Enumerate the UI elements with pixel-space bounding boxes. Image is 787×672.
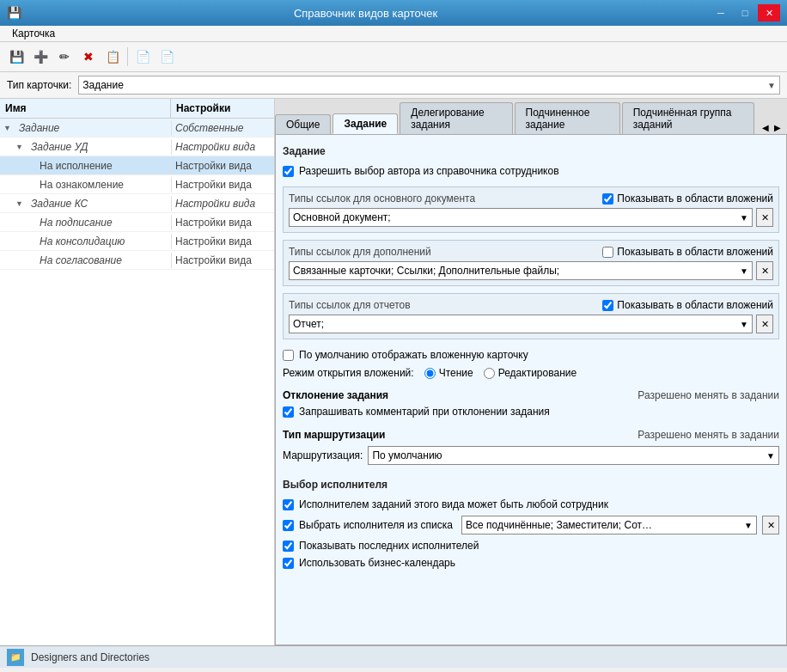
executor-list-value: Все подчинённые; Заместители; Сотрудники… xyxy=(466,519,655,531)
executor-section: Выбор исполнителя Исполнителем заданий э… xyxy=(283,475,779,571)
link-types-main-show-checkbox[interactable] xyxy=(602,193,613,205)
tree-item[interactable]: ▼ Задание КС Настройки вида xyxy=(0,194,274,213)
executor-list-field[interactable]: Все подчинённые; Заместители; Сотрудники… xyxy=(461,516,757,535)
tab-subtask-group[interactable]: Подчинённая группа заданий xyxy=(622,102,754,134)
open-mode-read-label: Чтение xyxy=(439,367,473,379)
tree-header-settings: Настройки xyxy=(171,99,274,118)
decline-header: Отклонение задания Разрешено менять в за… xyxy=(283,388,779,403)
tab-general[interactable]: Общие xyxy=(275,114,331,134)
menu-item-card[interactable]: Карточка xyxy=(7,26,60,41)
tree-toggle-icon[interactable]: ▼ xyxy=(15,143,27,151)
card-type-arrow-icon: ▼ xyxy=(767,81,776,90)
maximize-button[interactable]: □ xyxy=(734,4,756,21)
open-mode-read-option[interactable]: Чтение xyxy=(424,367,473,379)
link-types-additions-clear-button[interactable]: ✕ xyxy=(756,261,773,280)
decline-section: Отклонение задания Разрешено менять в за… xyxy=(283,388,779,420)
tab-content: Задание Разрешить выбор автора из справо… xyxy=(275,135,787,645)
tree-item-settings: Настройки вида xyxy=(171,158,274,174)
doc2-button[interactable]: 📄 xyxy=(156,46,178,68)
task-section-title: Задание xyxy=(283,142,779,162)
link-types-main-clear-button[interactable]: ✕ xyxy=(756,208,773,227)
link-types-additions-combo-row: Связанные карточки; Ссылки; Дополнительн… xyxy=(289,261,773,280)
tab-delegation[interactable]: Делегирование задания xyxy=(400,102,512,134)
use-biz-calendar-checkbox[interactable] xyxy=(283,558,294,569)
tree-item[interactable]: На консолидацию Настройки вида xyxy=(0,232,274,251)
show-recent-checkbox[interactable] xyxy=(283,541,294,552)
edit-button[interactable]: ✏ xyxy=(53,46,76,68)
tab-task[interactable]: Задание xyxy=(332,113,398,134)
tree-toggle-icon[interactable]: ▼ xyxy=(15,199,27,208)
tabs-bar: Общие Задание Делегирование задания Подч… xyxy=(275,99,787,135)
tab-subtask[interactable]: Подчиненное задание xyxy=(515,102,620,134)
tab-scroll: ◀ ▶ xyxy=(756,121,787,134)
minimize-button[interactable]: ─ xyxy=(710,4,732,21)
link-types-main-title: Типы ссылок для основного документа xyxy=(289,192,475,205)
tree-item-settings: Настройки вида xyxy=(171,234,274,249)
select-from-list-checkbox[interactable] xyxy=(283,520,294,531)
show-embedded-row: По умолчанию отображать вложенную карточ… xyxy=(283,346,779,363)
add-button[interactable]: ➕ xyxy=(29,46,52,68)
link-types-main-show-check-row: Показывать в области вложений xyxy=(602,192,773,205)
allow-author-row: Разрешить выбор автора из справочника со… xyxy=(283,162,779,180)
link-types-main-field[interactable]: Основной документ; ▼ xyxy=(289,208,753,227)
link-types-main-group: Типы ссылок для основного документа Пока… xyxy=(283,186,779,233)
show-embedded-checkbox[interactable] xyxy=(283,350,294,361)
link-types-additions-header: Типы ссылок для дополнений Показывать в … xyxy=(289,246,773,258)
close-button[interactable]: ✕ xyxy=(758,4,780,21)
link-types-reports-show-checkbox[interactable] xyxy=(602,300,613,311)
executor-title: Выбор исполнителя xyxy=(283,475,779,496)
open-mode-edit-option[interactable]: Редактирование xyxy=(484,367,577,379)
link-types-additions-show-check-row: Показывать в области вложений xyxy=(602,246,773,258)
decline-comment-label: Запрашивать комментарий при отклонении з… xyxy=(299,406,550,418)
tab-scroll-left-icon[interactable]: ◀ xyxy=(760,121,772,134)
routing-section: Тип маршрутизации Разрешено менять в зад… xyxy=(283,427,779,468)
link-types-reports-group: Типы ссылок для отчетов Показывать в обл… xyxy=(283,293,779,339)
executor-list-clear-button[interactable]: ✕ xyxy=(762,516,779,535)
link-types-reports-field[interactable]: Отчет; ▼ xyxy=(289,315,753,333)
routing-field-value: По умолчанию xyxy=(372,449,442,461)
link-types-additions-show-checkbox[interactable] xyxy=(602,247,613,258)
select-from-list-row: Выбрать исполнителя из списка Все подчин… xyxy=(283,513,779,537)
status-icon: 📁 xyxy=(7,649,24,666)
tree-item-settings: Настройки вида xyxy=(171,177,274,192)
link-types-main-show-label: Показывать в области вложений xyxy=(617,192,773,205)
link-types-additions-title: Типы ссылок для дополнений xyxy=(289,246,431,258)
tab-scroll-right-icon[interactable]: ▶ xyxy=(772,121,784,134)
tree-item-name: На ознакомление xyxy=(36,177,171,192)
doc1-button[interactable]: 📄 xyxy=(131,46,154,68)
save-button[interactable]: 💾 xyxy=(5,46,27,68)
decline-title: Отклонение задания xyxy=(283,389,388,401)
select-from-list-label: Выбрать исполнителя из списка xyxy=(299,519,453,531)
tree-item-name: Задание УД xyxy=(27,139,171,155)
open-mode-label: Режим открытия вложений: xyxy=(283,367,414,379)
tree-toggle-icon[interactable]: ▼ xyxy=(3,124,15,132)
link-types-reports-clear-button[interactable]: ✕ xyxy=(756,315,773,333)
open-mode-read-radio[interactable] xyxy=(424,368,436,379)
delete-button[interactable]: ✖ xyxy=(77,46,100,68)
tree-item[interactable]: ▼ Задание Собственные xyxy=(0,119,274,137)
any-employee-checkbox[interactable] xyxy=(283,499,294,510)
tree-item[interactable]: На ознакомление Настройки вида xyxy=(0,175,274,194)
link-types-main-header: Типы ссылок для основного документа Пока… xyxy=(289,192,773,205)
open-mode-edit-radio[interactable] xyxy=(484,368,495,379)
tree-item[interactable]: На исполнение Настройки вида xyxy=(0,156,274,175)
link-types-reports-header: Типы ссылок для отчетов Показывать в обл… xyxy=(289,299,773,311)
allow-author-checkbox[interactable] xyxy=(283,166,294,177)
routing-field-combo[interactable]: По умолчанию ▼ xyxy=(368,446,779,465)
open-mode-row: Режим открытия вложений: Чтение Редактир… xyxy=(283,363,779,382)
link-types-additions-field[interactable]: Связанные карточки; Ссылки; Дополнительн… xyxy=(289,261,753,280)
routing-header: Тип маршрутизации Разрешено менять в зад… xyxy=(283,427,779,443)
copy-button[interactable]: 📋 xyxy=(101,46,124,68)
tree-item-settings: Настройки вида xyxy=(171,196,274,211)
show-embedded-label: По умолчанию отображать вложенную карточ… xyxy=(299,349,528,361)
tree-item[interactable]: На подписание Настройки вида xyxy=(0,213,274,232)
tree-item[interactable]: На согласование Настройки вида xyxy=(0,251,274,270)
show-recent-label: Показывать последних исполнителей xyxy=(299,540,479,552)
tree-item-name: На исполнение xyxy=(36,158,171,174)
tree-item-name: На подписание xyxy=(36,215,171,230)
right-panel: Общие Задание Делегирование задания Подч… xyxy=(275,99,787,645)
card-type-combo[interactable]: Задание ▼ xyxy=(78,76,780,95)
window-controls: ─ □ ✕ xyxy=(710,4,780,21)
tree-item[interactable]: ▼ Задание УД Настройки вида xyxy=(0,137,274,156)
decline-comment-checkbox[interactable] xyxy=(283,406,294,418)
